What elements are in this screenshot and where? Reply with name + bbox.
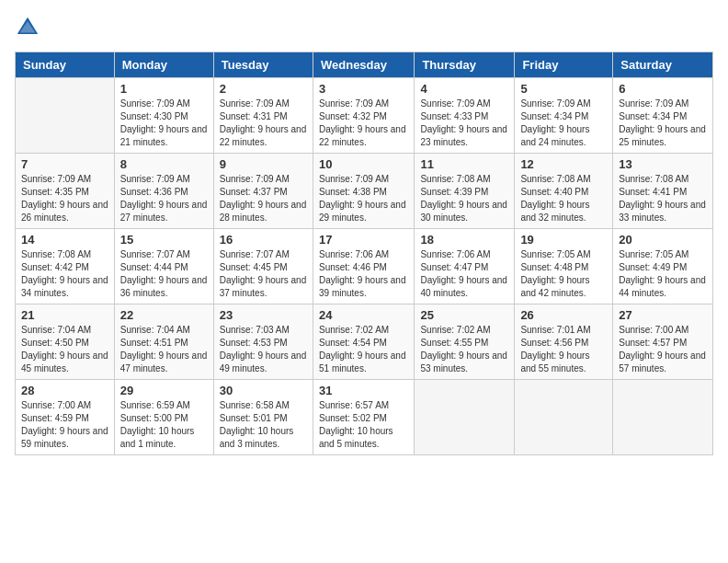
day-detail: Sunrise: 7:09 AMSunset: 4:34 PMDaylight:… — [619, 98, 707, 149]
day-cell: 15Sunrise: 7:07 AMSunset: 4:44 PMDayligh… — [114, 229, 213, 304]
day-detail: Sunrise: 6:57 AMSunset: 5:02 PMDaylight:… — [319, 399, 408, 451]
day-detail: Sunrise: 7:07 AMSunset: 4:45 PMDaylight:… — [220, 248, 307, 300]
day-detail: Sunrise: 7:09 AMSunset: 4:31 PMDaylight:… — [220, 98, 307, 149]
day-cell: 14Sunrise: 7:08 AMSunset: 4:42 PMDayligh… — [16, 229, 115, 304]
day-detail: Sunrise: 7:08 AMSunset: 4:41 PMDaylight:… — [619, 173, 707, 224]
day-number: 22 — [120, 308, 208, 322]
day-number: 5 — [520, 82, 607, 96]
day-number: 18 — [420, 233, 508, 247]
day-detail: Sunrise: 7:06 AMSunset: 4:46 PMDaylight:… — [319, 248, 408, 300]
day-number: 24 — [319, 308, 408, 322]
week-row-4: 21Sunrise: 7:04 AMSunset: 4:50 PMDayligh… — [16, 304, 713, 380]
day-number: 1 — [120, 82, 208, 96]
day-number: 28 — [21, 384, 108, 397]
day-cell: 23Sunrise: 7:03 AMSunset: 4:53 PMDayligh… — [213, 304, 313, 380]
day-number: 26 — [520, 308, 607, 322]
day-cell: 29Sunrise: 6:59 AMSunset: 5:00 PMDayligh… — [114, 380, 213, 455]
day-detail: Sunrise: 7:01 AMSunset: 4:56 PMDaylight:… — [520, 324, 607, 375]
day-detail: Sunrise: 7:05 AMSunset: 4:49 PMDaylight:… — [619, 248, 707, 300]
day-number: 2 — [220, 82, 307, 96]
day-cell: 31Sunrise: 6:57 AMSunset: 5:02 PMDayligh… — [313, 380, 414, 455]
day-cell: 27Sunrise: 7:00 AMSunset: 4:57 PMDayligh… — [613, 304, 713, 380]
day-cell — [515, 380, 613, 455]
header-day-tuesday: Tuesday — [213, 52, 313, 78]
day-detail: Sunrise: 7:09 AMSunset: 4:33 PMDaylight:… — [420, 98, 508, 149]
day-detail: Sunrise: 7:06 AMSunset: 4:47 PMDaylight:… — [420, 248, 508, 300]
week-row-3: 14Sunrise: 7:08 AMSunset: 4:42 PMDayligh… — [16, 229, 713, 304]
day-cell: 9Sunrise: 7:09 AMSunset: 4:37 PMDaylight… — [213, 154, 313, 229]
day-cell: 20Sunrise: 7:05 AMSunset: 4:49 PMDayligh… — [613, 229, 713, 304]
day-detail: Sunrise: 7:08 AMSunset: 4:39 PMDaylight:… — [420, 173, 508, 224]
day-number: 14 — [21, 233, 108, 247]
calendar-table: SundayMondayTuesdayWednesdayThursdayFrid… — [15, 52, 713, 455]
day-cell: 10Sunrise: 7:09 AMSunset: 4:38 PMDayligh… — [313, 154, 414, 229]
day-number: 11 — [420, 157, 508, 171]
day-number: 20 — [619, 233, 707, 247]
day-number: 6 — [619, 82, 707, 96]
day-number: 8 — [120, 157, 208, 171]
day-number: 29 — [120, 384, 208, 397]
day-number: 25 — [420, 308, 508, 322]
page-header — [15, 15, 713, 40]
day-detail: Sunrise: 7:08 AMSunset: 4:42 PMDaylight:… — [21, 248, 108, 300]
logo-icon — [15, 15, 40, 40]
day-number: 9 — [220, 157, 307, 171]
week-row-5: 28Sunrise: 7:00 AMSunset: 4:59 PMDayligh… — [16, 380, 713, 455]
day-number: 4 — [420, 82, 508, 96]
day-cell: 18Sunrise: 7:06 AMSunset: 4:47 PMDayligh… — [415, 229, 515, 304]
day-cell — [415, 380, 515, 455]
header-day-friday: Friday — [515, 52, 613, 78]
calendar-header: SundayMondayTuesdayWednesdayThursdayFrid… — [16, 52, 713, 78]
day-cell: 19Sunrise: 7:05 AMSunset: 4:48 PMDayligh… — [515, 229, 613, 304]
day-number: 23 — [220, 308, 307, 322]
header-row: SundayMondayTuesdayWednesdayThursdayFrid… — [16, 52, 713, 78]
day-cell: 8Sunrise: 7:09 AMSunset: 4:36 PMDaylight… — [114, 154, 213, 229]
day-detail: Sunrise: 7:09 AMSunset: 4:36 PMDaylight:… — [120, 173, 208, 224]
calendar-body: 1Sunrise: 7:09 AMSunset: 4:30 PMDaylight… — [16, 78, 713, 455]
day-cell: 3Sunrise: 7:09 AMSunset: 4:32 PMDaylight… — [313, 78, 414, 154]
header-day-sunday: Sunday — [16, 52, 115, 78]
day-detail: Sunrise: 7:05 AMSunset: 4:48 PMDaylight:… — [520, 248, 607, 300]
day-number: 31 — [319, 384, 408, 397]
day-number: 16 — [220, 233, 307, 247]
day-detail: Sunrise: 6:58 AMSunset: 5:01 PMDaylight:… — [220, 399, 307, 451]
day-number: 21 — [21, 308, 108, 322]
day-detail: Sunrise: 7:07 AMSunset: 4:44 PMDaylight:… — [120, 248, 208, 300]
day-detail: Sunrise: 7:09 AMSunset: 4:37 PMDaylight:… — [220, 173, 307, 224]
day-detail: Sunrise: 7:00 AMSunset: 4:59 PMDaylight:… — [21, 399, 108, 451]
day-detail: Sunrise: 7:09 AMSunset: 4:35 PMDaylight:… — [21, 173, 108, 224]
logo — [15, 15, 44, 40]
day-detail: Sunrise: 7:09 AMSunset: 4:38 PMDaylight:… — [319, 173, 408, 224]
day-detail: Sunrise: 7:03 AMSunset: 4:53 PMDaylight:… — [220, 324, 307, 375]
day-cell — [613, 380, 713, 455]
day-detail: Sunrise: 7:02 AMSunset: 4:54 PMDaylight:… — [319, 324, 408, 375]
day-detail: Sunrise: 7:08 AMSunset: 4:40 PMDaylight:… — [520, 173, 607, 224]
day-cell: 13Sunrise: 7:08 AMSunset: 4:41 PMDayligh… — [613, 154, 713, 229]
day-cell: 12Sunrise: 7:08 AMSunset: 4:40 PMDayligh… — [515, 154, 613, 229]
day-detail: Sunrise: 7:09 AMSunset: 4:30 PMDaylight:… — [120, 98, 208, 149]
day-detail: Sunrise: 7:09 AMSunset: 4:32 PMDaylight:… — [319, 98, 408, 149]
day-detail: Sunrise: 7:02 AMSunset: 4:55 PMDaylight:… — [420, 324, 508, 375]
day-detail: Sunrise: 7:00 AMSunset: 4:57 PMDaylight:… — [619, 324, 707, 375]
day-number: 13 — [619, 157, 707, 171]
day-cell: 5Sunrise: 7:09 AMSunset: 4:34 PMDaylight… — [515, 78, 613, 154]
header-day-wednesday: Wednesday — [313, 52, 414, 78]
week-row-2: 7Sunrise: 7:09 AMSunset: 4:35 PMDaylight… — [16, 154, 713, 229]
day-number: 10 — [319, 157, 408, 171]
day-cell: 6Sunrise: 7:09 AMSunset: 4:34 PMDaylight… — [613, 78, 713, 154]
day-cell: 11Sunrise: 7:08 AMSunset: 4:39 PMDayligh… — [415, 154, 515, 229]
day-cell: 7Sunrise: 7:09 AMSunset: 4:35 PMDaylight… — [16, 154, 115, 229]
day-cell: 26Sunrise: 7:01 AMSunset: 4:56 PMDayligh… — [515, 304, 613, 380]
day-detail: Sunrise: 7:09 AMSunset: 4:34 PMDaylight:… — [520, 98, 607, 149]
header-day-monday: Monday — [114, 52, 213, 78]
day-detail: Sunrise: 7:04 AMSunset: 4:51 PMDaylight:… — [120, 324, 208, 375]
day-number: 19 — [520, 233, 607, 247]
day-detail: Sunrise: 7:04 AMSunset: 4:50 PMDaylight:… — [21, 324, 108, 375]
day-cell: 17Sunrise: 7:06 AMSunset: 4:46 PMDayligh… — [313, 229, 414, 304]
day-cell: 30Sunrise: 6:58 AMSunset: 5:01 PMDayligh… — [213, 380, 313, 455]
day-number: 12 — [520, 157, 607, 171]
day-number: 27 — [619, 308, 707, 322]
day-cell: 21Sunrise: 7:04 AMSunset: 4:50 PMDayligh… — [16, 304, 115, 380]
day-cell: 16Sunrise: 7:07 AMSunset: 4:45 PMDayligh… — [213, 229, 313, 304]
day-number: 15 — [120, 233, 208, 247]
